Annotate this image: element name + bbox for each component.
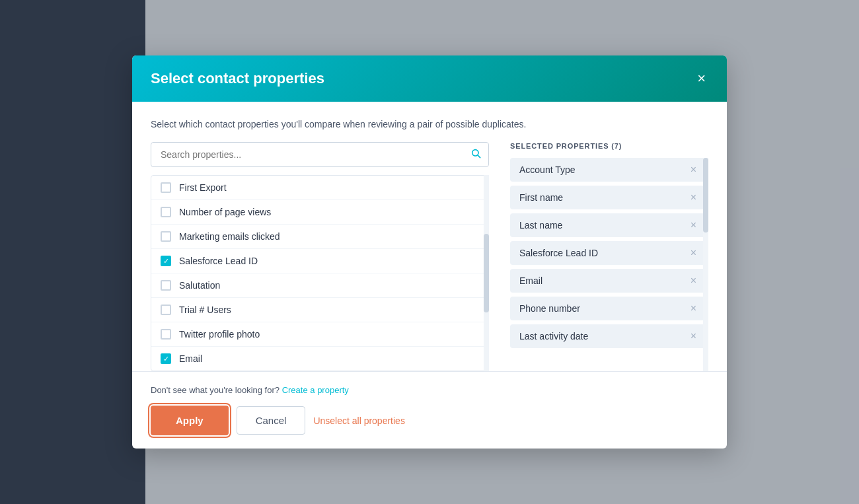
scroll-thumb [484, 234, 489, 312]
scroll-track [484, 175, 489, 371]
property-label: First Export [179, 182, 227, 193]
footer-create-link: Don't see what you're looking for? Creat… [151, 385, 708, 395]
selected-item-label: Salesforce Lead ID [519, 248, 598, 258]
right-panel: SELECTED PROPERTIES (7) Account Type×Fir… [510, 142, 708, 371]
property-label: Number of page views [179, 207, 271, 217]
right-scroll-track [703, 158, 708, 371]
selected-item: Last activity date× [510, 324, 706, 348]
select-properties-modal: Select contact properties × Select which… [132, 55, 727, 449]
selected-item-label: Account Type [519, 164, 576, 175]
footer-actions: Apply Cancel Unselect all properties [151, 406, 708, 435]
list-item[interactable]: Email [151, 347, 488, 371]
modal-overlay: Select contact properties × Select which… [0, 0, 859, 504]
search-box [151, 142, 489, 167]
selected-item-label: Last name [519, 220, 562, 231]
property-checkbox[interactable] [161, 329, 171, 340]
property-checkbox[interactable] [161, 207, 171, 217]
selected-list: Account Type×First name×Last name×Salesf… [510, 158, 708, 371]
svg-line-1 [478, 155, 480, 158]
modal-description: Select which contact properties you'll c… [132, 102, 727, 142]
modal-header: Select contact properties × [132, 55, 727, 102]
selected-list-container: Account Type×First name×Last name×Salesf… [510, 158, 708, 371]
create-property-link[interactable]: Create a property [282, 385, 349, 395]
list-item[interactable]: First Export [151, 176, 488, 200]
selected-item: Salesforce Lead ID× [510, 241, 706, 265]
property-checkbox[interactable] [161, 231, 171, 242]
modal-footer: Don't see what you're looking for? Creat… [132, 371, 727, 449]
selected-header: SELECTED PROPERTIES (7) [510, 142, 708, 158]
modal-body: Select which contact properties you'll c… [132, 102, 727, 449]
unselect-all-button[interactable]: Unselect all properties [313, 415, 405, 426]
property-checkbox[interactable] [161, 305, 171, 315]
property-checkbox[interactable] [161, 256, 171, 266]
cancel-button[interactable]: Cancel [237, 406, 306, 435]
property-label: Trial # Users [179, 305, 231, 315]
selected-item-label: First name [519, 192, 563, 203]
property-label: Salutation [179, 280, 220, 291]
properties-list-container: First ExportNumber of page viewsMarketin… [151, 175, 489, 371]
modal-content: First ExportNumber of page viewsMarketin… [132, 142, 727, 371]
property-checkbox[interactable] [161, 353, 171, 364]
property-label: Marketing emails clicked [179, 231, 280, 242]
selected-item-label: Last activity date [519, 331, 588, 342]
list-item[interactable]: Trial # Users [151, 298, 488, 322]
list-item[interactable]: Salutation [151, 273, 488, 298]
modal-title: Select contact properties [151, 70, 324, 87]
selected-item-label: Phone number [519, 303, 580, 314]
selected-item: Email× [510, 269, 706, 293]
left-panel: First ExportNumber of page viewsMarketin… [151, 142, 489, 371]
properties-list: First ExportNumber of page viewsMarketin… [151, 175, 489, 371]
right-scroll-thumb [703, 158, 708, 233]
property-label: Email [179, 353, 202, 364]
list-item[interactable]: Twitter profile photo [151, 322, 488, 347]
apply-button[interactable]: Apply [151, 406, 229, 435]
search-input[interactable] [151, 142, 489, 167]
close-button[interactable]: × [694, 69, 708, 89]
dont-see-text: Don't see what you're looking for? [151, 385, 280, 395]
property-checkbox[interactable] [161, 182, 171, 193]
selected-item: Last name× [510, 213, 706, 237]
property-label: Twitter profile photo [179, 329, 260, 340]
selected-item: Phone number× [510, 297, 706, 320]
remove-selected-button[interactable]: × [685, 331, 696, 342]
list-item[interactable]: Number of page views [151, 200, 488, 225]
list-item[interactable]: Salesforce Lead ID [151, 249, 488, 273]
list-item[interactable]: Marketing emails clicked [151, 225, 488, 249]
selected-item-label: Email [519, 275, 542, 286]
search-icon [470, 148, 481, 161]
property-label: Salesforce Lead ID [179, 256, 258, 266]
property-checkbox[interactable] [161, 280, 171, 291]
remove-selected-button[interactable]: × [685, 248, 696, 258]
remove-selected-button[interactable]: × [685, 192, 696, 203]
remove-selected-button[interactable]: × [685, 164, 696, 175]
remove-selected-button[interactable]: × [685, 220, 696, 231]
selected-item: Account Type× [510, 158, 706, 182]
selected-item: First name× [510, 186, 706, 209]
remove-selected-button[interactable]: × [685, 303, 696, 314]
remove-selected-button[interactable]: × [685, 275, 696, 286]
